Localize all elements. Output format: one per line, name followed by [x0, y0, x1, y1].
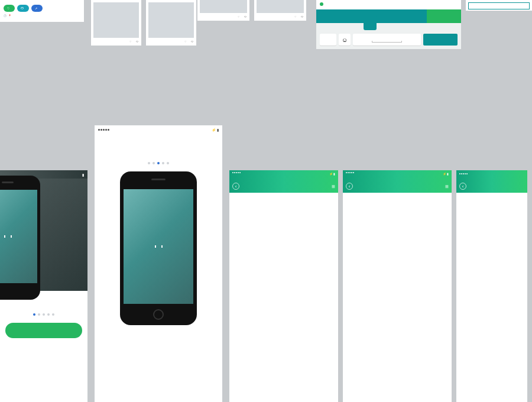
image-placeholder [200, 0, 247, 13]
image-placeholder [93, 2, 139, 38]
phone-mockup [120, 171, 197, 325]
image-placeholder [257, 0, 304, 13]
feed-card[interactable]: ♡ 🗨 [91, 0, 141, 46]
send-button[interactable] [427, 9, 461, 23]
key-space[interactable] [353, 34, 421, 46]
heart-icon: ♡ [129, 40, 132, 43]
key-preview [364, 15, 377, 30]
user-list [466, 0, 532, 11]
onboarding-screen: ⚡ ▮ [95, 125, 222, 402]
social-card-compact: ♡ 🗨 ↗ 🕑 📍 [0, 0, 84, 22]
status-bar: ⚡ ▮ [95, 125, 222, 134]
district5-logo [155, 245, 163, 248]
home-button-icon [153, 309, 164, 320]
page-indicator[interactable] [95, 162, 222, 164]
page-indicator[interactable] [0, 313, 87, 316]
comment-button[interactable]: 🗨 [17, 5, 29, 12]
key-numeric[interactable] [320, 34, 336, 46]
comment-icon: 🗨 [136, 40, 139, 43]
phone-mockup [0, 176, 40, 300]
district5-logo [4, 235, 12, 238]
card-meta: 🕑 📍 [4, 14, 80, 17]
menu-icon[interactable]: ≡ [332, 183, 335, 190]
userlist-input[interactable] [468, 2, 530, 9]
activity-screen-timeline: ⚡ ▮ ‹ ≡ [343, 170, 452, 402]
menu-icon[interactable]: ≡ [445, 183, 449, 190]
back-button[interactable]: ‹ [459, 183, 466, 190]
share-button[interactable]: ↗ [31, 5, 43, 12]
key-search[interactable] [423, 34, 458, 46]
onboarding-subtitle [0, 302, 87, 309]
back-button[interactable]: ‹ [346, 183, 353, 190]
onboarding-screen-alt: ▮ [0, 170, 87, 402]
back-button[interactable]: ‹ [232, 183, 239, 190]
status-dot-icon [320, 2, 323, 6]
battery-icon: ▮ [82, 173, 84, 177]
start-button[interactable] [5, 323, 82, 338]
activity-screen-list: ⚡ ▮ ‹ ≡ [229, 170, 338, 402]
image-placeholder [148, 2, 194, 38]
keyboard: ☺ [316, 23, 461, 49]
battery-icon: ⚡ ▮ [212, 128, 219, 132]
like-button[interactable]: ♡ [4, 5, 15, 12]
onboarding-subtitle [95, 150, 222, 157]
feed-card-small[interactable]: ♡ 🗨 [197, 0, 249, 21]
feed-card-small[interactable]: ♡ 🗨 [254, 0, 306, 21]
activity-screen-detail: ‹ [456, 170, 527, 402]
signal-icon [98, 128, 112, 131]
card-stats: ♡ 🗨 [93, 40, 139, 43]
speaker-icon [151, 179, 166, 180]
feed-card[interactable]: ♡ 🗨 [146, 0, 196, 46]
chat-panel: ☺ [316, 0, 461, 49]
screen-header: ⚡ ▮ ‹ ≡ [229, 170, 338, 193]
card-stats: ♡ 🗨 [148, 40, 194, 43]
key-emoji[interactable]: ☺ [339, 34, 351, 46]
